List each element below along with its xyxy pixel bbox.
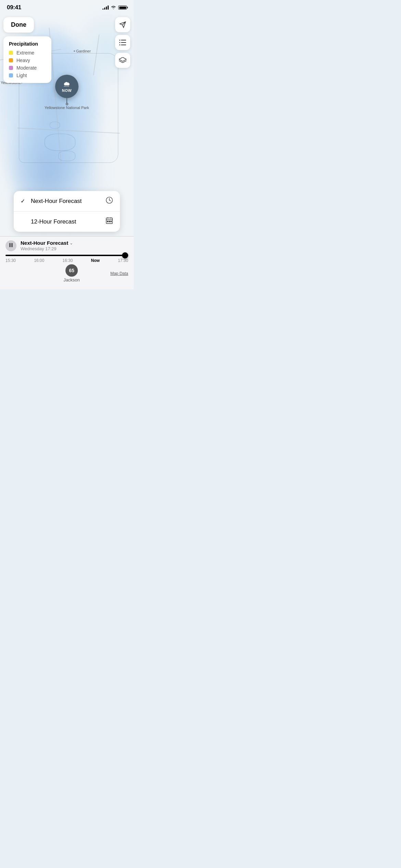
timeline-label-1600: 16:00 [34,258,44,263]
bottom-bar: Next-Hour Forecast ⌄ Wednesday 17:29 15:… [0,236,134,289]
forecast-check-nexthour: ✓ [21,198,27,204]
gardiner-label: Gardiner [74,49,91,53]
status-icons [102,5,127,10]
marker-now-label: NOW [62,88,72,93]
svg-rect-7 [106,218,112,224]
legend-color-extreme [9,51,13,55]
ynp-label: Yellowstone National Park [45,106,89,110]
lake-shape-1 [45,134,75,151]
timeline-label-1730: 17:30 [118,258,128,263]
bottom-bar-header: Next-Hour Forecast ⌄ Wednesday 17:29 [5,240,128,251]
forecast-check-12hour [21,219,27,225]
legend-label-moderate: Moderate [16,65,37,71]
timeline-label-1530: 15:30 [5,258,16,263]
battery-icon [118,5,127,10]
location-info: 65 Jackson [63,264,80,282]
legend-label-heavy: Heavy [16,58,30,63]
svg-rect-11 [9,243,11,247]
pause-button[interactable] [5,240,16,251]
forecast-type-label: Next-Hour Forecast [21,240,68,246]
map-data-link[interactable]: Map Data [110,271,128,276]
forecast-item-12hour[interactable]: 12-Hour Forecast [14,212,120,232]
legend-color-moderate [9,66,13,70]
timeline-labels: 15:30 16:00 16:30 Now 17:30 [5,258,128,263]
marker-tail [66,98,67,103]
signal-bars-icon [102,5,109,10]
battery-fill [119,7,126,9]
svg-point-5 [119,45,120,46]
status-time: 09:41 [7,4,21,11]
done-label: Done [11,21,26,28]
forecast-icon-12hour [106,217,113,226]
legend-item-extreme: Extreme [9,50,46,56]
forecast-menu: ✓ Next-Hour Forecast 12-Hour Forecast [14,191,120,232]
svg-point-3 [119,40,120,41]
legend-item-moderate: Moderate [9,65,46,71]
signal-bar-2 [104,8,105,10]
signal-bar-4 [108,5,109,10]
location-name: Jackson [63,277,80,282]
svg-rect-0 [121,40,126,40]
legend-item-light: Light [9,73,46,78]
forecast-item-left-12hour: 12-Hour Forecast [21,218,76,225]
wifi-icon [111,5,116,10]
svg-rect-10 [111,221,112,222]
forecast-date: Wednesday 17:29 [21,246,73,251]
weather-icon: 🌧 [63,81,71,88]
legend-color-heavy [9,58,13,62]
lake-shape-2 [58,151,75,161]
timeline-label-now: Now [91,258,99,263]
pause-icon [9,243,13,249]
legend-title: Precipitation [9,41,46,47]
legend-items: Extreme Heavy Moderate Light [9,50,46,78]
svg-rect-1 [121,42,126,43]
svg-point-4 [119,42,120,43]
layers-button[interactable] [115,53,130,68]
legend-label-extreme: Extreme [16,50,34,56]
legend-label-light: Light [16,73,27,78]
forecast-label-nexthour: Next-Hour Forecast [31,198,82,205]
svg-rect-2 [121,45,126,45]
bottom-info: 65 Jackson Map Data [5,264,128,282]
forecast-item-nexthour[interactable]: ✓ Next-Hour Forecast [14,191,120,212]
chevron-icon: ⌄ [70,241,73,245]
location-marker: 🌧 NOW [55,75,78,105]
svg-rect-9 [109,221,110,222]
legend-color-light [9,73,13,77]
location-button[interactable] [115,17,130,32]
gardiner-dot [74,50,75,52]
timeline-label-1630: 16:30 [62,258,73,263]
forecast-icon-nexthour [106,196,113,206]
marker-circle: 🌧 NOW [55,75,78,98]
timeline-track [5,255,128,256]
legend-item-heavy: Heavy [9,58,46,63]
status-bar: 09:41 [0,0,134,15]
forecast-label-12hour: 12-Hour Forecast [31,218,76,225]
forecast-item-left-nexthour: ✓ Next-Hour Forecast [21,198,82,205]
timeline[interactable]: 15:30 16:00 16:30 Now 17:30 [5,255,128,263]
lake-shape-3 [50,122,60,129]
forecast-title-row: Next-Hour Forecast ⌄ [21,240,73,246]
gardiner-text: Gardiner [76,49,91,53]
done-button[interactable]: Done [3,17,34,33]
signal-bar-1 [102,9,104,10]
location-badge: 65 [65,264,78,277]
precipitation-legend: Precipitation Extreme Heavy Moderate Lig… [3,36,51,83]
timeline-thumb [122,252,128,258]
marker-dot [66,103,68,105]
list-button[interactable] [115,35,130,50]
svg-rect-8 [107,221,108,222]
signal-bar-3 [106,7,107,10]
forecast-info: Next-Hour Forecast ⌄ Wednesday 17:29 [21,240,73,251]
svg-rect-12 [11,243,13,247]
top-right-buttons [115,17,130,68]
